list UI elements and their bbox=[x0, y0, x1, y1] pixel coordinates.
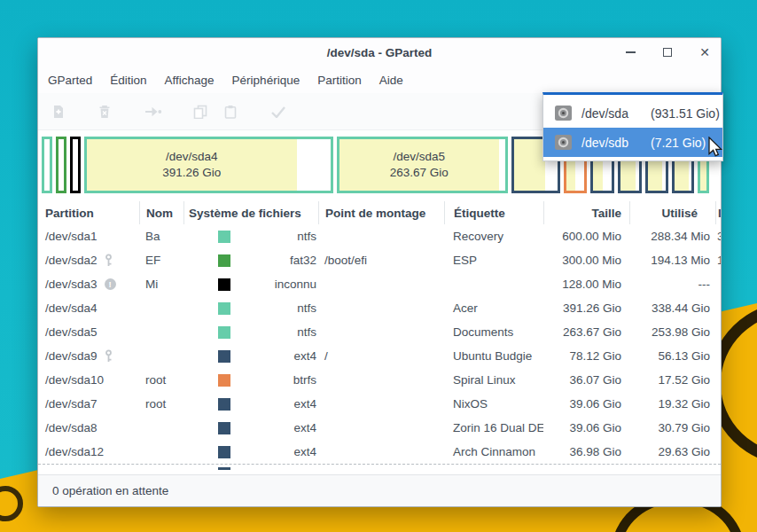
table-row[interactable]: /dev/sda4 ntfs Acer 391.26 Gio 338.44 Gi… bbox=[38, 296, 721, 320]
mount-point bbox=[318, 320, 444, 344]
partition-label bbox=[444, 272, 543, 296]
partition-nom: EF bbox=[139, 248, 183, 272]
partition-block[interactable] bbox=[70, 137, 81, 193]
close-button[interactable]: ✕ bbox=[698, 45, 712, 59]
titlebar[interactable]: /dev/sda - GParted ✕ bbox=[38, 38, 721, 66]
harddisk-icon bbox=[554, 133, 573, 152]
partition-used-space bbox=[514, 139, 545, 191]
table-row[interactable]: /dev/sda2 EF fat32 /boot/efi ESP 300.00 … bbox=[38, 248, 721, 272]
partition-used: 194.13 Mio bbox=[629, 248, 715, 272]
partition-block-name: /dev/sda5 bbox=[393, 149, 445, 165]
fs-color-swatch bbox=[218, 254, 230, 267]
partition-block[interactable]: /dev/sda4 391.26 Gio bbox=[84, 137, 333, 193]
partition-nom: root bbox=[139, 392, 183, 416]
partition-used: 19.32 Gio bbox=[629, 392, 715, 416]
partial-table-row[interactable] bbox=[38, 464, 721, 470]
fs-color-swatch bbox=[218, 398, 230, 411]
partition-name: /dev/sda4 bbox=[45, 301, 98, 315]
menu-peripherique[interactable]: Périphérique bbox=[223, 69, 309, 91]
maximize-button[interactable] bbox=[660, 45, 675, 59]
paste-icon bbox=[223, 105, 238, 119]
row-state-icon: ! bbox=[105, 278, 116, 290]
fs-color-swatch bbox=[218, 278, 230, 291]
menubar: GParted Édition Affichage Périphérique P… bbox=[38, 66, 721, 93]
table-row[interactable]: /dev/sda10 root btrfs Spiral Linux 36.07… bbox=[38, 368, 721, 392]
partition-block-size: 391.26 Gio bbox=[162, 165, 221, 181]
menu-affichage[interactable]: Affichage bbox=[156, 69, 223, 91]
col-nom[interactable]: Nom bbox=[139, 201, 183, 224]
resize-move-icon bbox=[144, 105, 162, 119]
minimize-button[interactable] bbox=[623, 45, 637, 59]
key-icon bbox=[105, 254, 113, 267]
table-row[interactable]: /dev/sda12 ext4 Arch Cinnamon 36.98 Gio … bbox=[38, 440, 721, 464]
fs-color-swatch bbox=[218, 350, 230, 363]
partition-label: Zorin 16 Dual DE bbox=[444, 416, 543, 440]
device-menu-item[interactable]: /dev/sdb (7.21 Gio) bbox=[543, 128, 722, 157]
menu-edition[interactable]: Édition bbox=[101, 69, 155, 91]
partition-name: /dev/sda1 bbox=[45, 230, 98, 243]
fs-type: ntfs bbox=[230, 325, 318, 339]
fs-type: btrfs bbox=[230, 373, 318, 387]
partition-size: 391.26 Gio bbox=[543, 296, 629, 320]
partition-size: 128.00 Mio bbox=[543, 272, 629, 296]
new-partition-button[interactable] bbox=[47, 100, 70, 123]
partition-label: Ubuntu Budgie bbox=[444, 344, 543, 368]
table-row[interactable]: /dev/sda5 ntfs Documents 263.67 Gio 253.… bbox=[38, 320, 721, 344]
minimize-icon bbox=[626, 51, 636, 53]
partition-nom bbox=[139, 440, 183, 464]
col-inutilise[interactable]: Inutilisé bbox=[715, 201, 722, 224]
fs-color-swatch bbox=[218, 446, 230, 458]
partition-nom: root bbox=[139, 368, 183, 392]
fs-type: ext4 bbox=[230, 445, 318, 458]
resize-move-button[interactable] bbox=[141, 100, 164, 123]
table-row[interactable]: /dev/sda7 root ext4 NixOS 39.06 Gio 19.3… bbox=[38, 392, 721, 416]
col-taille[interactable]: Taille bbox=[543, 201, 629, 224]
col-etiquette[interactable]: Étiquette bbox=[444, 201, 543, 224]
partition-name: /dev/sda10 bbox=[45, 373, 104, 387]
col-partition[interactable]: Partition bbox=[38, 201, 139, 224]
table-row[interactable]: /dev/sda9 ext4 / Ubuntu Budgie 78.12 Gio… bbox=[38, 344, 721, 368]
key-icon bbox=[105, 349, 113, 363]
partition-nom bbox=[139, 320, 183, 344]
partition-nom bbox=[139, 416, 183, 440]
fs-type: inconnu bbox=[230, 278, 318, 291]
warning-icon: ! bbox=[105, 278, 116, 290]
partition-used: 56.13 Gio bbox=[629, 344, 715, 368]
close-icon: ✕ bbox=[699, 46, 710, 59]
fs-type: ext4 bbox=[230, 421, 318, 434]
device-size: (931.51 Gio) bbox=[651, 106, 722, 121]
table-row[interactable]: /dev/sda1 Ba ntfs Recovery 600.00 Mio 28… bbox=[38, 224, 721, 248]
device-menu-item[interactable]: /dev/sda (931.51 Gio) bbox=[543, 98, 722, 128]
apply-operations-button[interactable] bbox=[267, 100, 290, 123]
mouse-cursor bbox=[706, 137, 725, 158]
apply-check-icon bbox=[270, 106, 286, 118]
partition-label: ESP bbox=[444, 248, 543, 272]
fs-type: ntfs bbox=[230, 230, 318, 243]
col-systeme-fichiers[interactable]: Système de fichiers bbox=[183, 201, 318, 224]
fs-type: ext4 bbox=[230, 397, 318, 411]
pending-operations-text: 0 opération en attente bbox=[52, 484, 168, 497]
partition-size: 39.06 Gio bbox=[543, 392, 629, 416]
copy-button[interactable] bbox=[189, 100, 212, 123]
col-point-montage[interactable]: Point de montage bbox=[318, 201, 444, 224]
menu-partition[interactable]: Partition bbox=[308, 69, 371, 91]
copy-icon bbox=[193, 105, 207, 119]
col-utilise[interactable]: Utilisé bbox=[629, 201, 715, 224]
table-row[interactable]: /dev/sda3! Mi inconnu 128.00 Mio --- bbox=[38, 272, 721, 296]
partition-name: /dev/sda5 bbox=[45, 325, 98, 339]
partition-free-space bbox=[73, 139, 78, 191]
paste-button[interactable] bbox=[219, 100, 242, 123]
partition-unused bbox=[715, 320, 721, 344]
partition-size: 300.00 Mio bbox=[543, 248, 629, 272]
partition-block[interactable]: /dev/sda5 263.67 Gio bbox=[337, 137, 508, 193]
partition-free-space bbox=[59, 139, 64, 191]
partition-unused: 1 bbox=[715, 248, 721, 272]
partition-block[interactable] bbox=[56, 137, 66, 193]
fs-color-swatch bbox=[218, 326, 230, 339]
table-row[interactable]: /dev/sda8 ext4 Zorin 16 Dual DE 39.06 Gi… bbox=[38, 416, 721, 440]
delete-partition-button[interactable] bbox=[93, 100, 116, 123]
partition-block[interactable] bbox=[42, 137, 52, 193]
menu-gparted[interactable]: GParted bbox=[39, 69, 101, 91]
partition-used: 253.98 Gio bbox=[629, 320, 715, 344]
menu-aide[interactable]: Aide bbox=[371, 69, 412, 91]
